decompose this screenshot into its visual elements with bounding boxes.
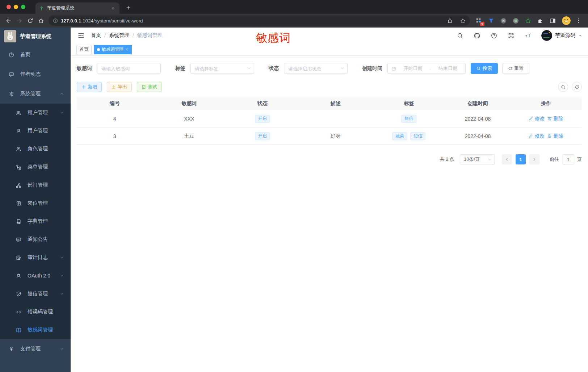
filter-date: 创建时间 开始日期 - 结束日期 [362, 63, 466, 74]
sidebar-subitem[interactable]: 错误码管理 [0, 303, 71, 321]
sidebar-subitem[interactable]: 字典管理 [0, 212, 71, 230]
browser-menu-icon[interactable] [574, 16, 583, 25]
sidebar-item-label: 审计日志 [28, 254, 60, 261]
toggle-search-button[interactable] [558, 82, 568, 92]
sidebar-fold-icon[interactable] [76, 31, 86, 40]
delete-button[interactable]: 删除 [547, 133, 563, 139]
close-window-button[interactable] [7, 5, 11, 9]
shield-icon [16, 291, 22, 297]
badge-icon [16, 201, 22, 206]
refresh-table-button[interactable] [572, 82, 582, 92]
test-button[interactable]: 测试 [137, 82, 162, 92]
edit-button[interactable]: 修改 [529, 116, 545, 122]
page-size-value[interactable] [460, 154, 495, 164]
user-menu[interactable]: 芋道源码 [541, 30, 582, 41]
sidebar-subitem[interactable]: 角色管理 [0, 140, 71, 158]
breadcrumb: 首页/系统管理/敏感词管理 [91, 32, 163, 39]
extension-grid-icon[interactable]: 9 [474, 16, 483, 25]
sidebar-menu: 首页作者动态系统管理租户管理用户管理角色管理菜单管理部门管理岗位管理字典管理通知… [0, 45, 71, 359]
app-title: 芋道管理系统 [20, 33, 51, 40]
sidebar-subitem[interactable]: OAuth 2.0 [0, 267, 71, 285]
add-button[interactable]: 新增 [77, 82, 102, 92]
tag-select[interactable] [190, 63, 254, 74]
log-icon [16, 255, 22, 260]
sidebar-item-label: 用户管理 [28, 128, 64, 134]
url-text[interactable]: 127.0.0.1:1024/system/sensitive-word [61, 18, 442, 24]
cell-id: 4 [77, 116, 152, 122]
github-icon[interactable] [472, 31, 481, 40]
zoom-window-button[interactable] [21, 5, 25, 9]
extension-recorder-icon[interactable] [511, 16, 520, 25]
sidebar-subitem[interactable]: 通知公告 [0, 230, 71, 248]
cell-actions: 修改删除 [510, 133, 582, 139]
site-info-icon[interactable] [53, 18, 58, 23]
current-page-button[interactable]: 1 [516, 154, 526, 164]
goto-page-input[interactable] [562, 154, 574, 164]
address-bar[interactable]: 127.0.0.1:1024/system/sensitive-word [49, 16, 470, 26]
fullscreen-icon[interactable] [507, 31, 515, 40]
help-icon[interactable] [490, 31, 498, 40]
home-button[interactable] [35, 15, 46, 26]
browser-tab[interactable]: 芋道管理系统 [35, 3, 119, 14]
delete-button[interactable]: 删除 [547, 116, 563, 122]
reload-button[interactable] [25, 15, 35, 26]
sidebar-item-label: 角色管理 [28, 146, 64, 152]
date-range-picker[interactable]: 开始日期 - 结束日期 [387, 63, 466, 74]
close-icon[interactable] [125, 48, 129, 51]
new-tab-button[interactable] [124, 3, 133, 12]
user-icon [16, 128, 22, 134]
sidebar-item[interactable]: 系统管理 [0, 84, 71, 104]
sidebar-subitem[interactable]: 租户管理 [0, 104, 71, 122]
tags-view-tab[interactable]: 首页 [76, 45, 92, 54]
tab-close-icon[interactable] [110, 5, 116, 11]
extension-star-icon[interactable] [524, 16, 532, 25]
breadcrumb-item[interactable]: 首页 [91, 32, 101, 39]
extension-funnel-icon[interactable] [487, 16, 495, 25]
split-view-icon[interactable] [548, 16, 557, 25]
status-select[interactable] [284, 63, 348, 74]
sidebar-logo[interactable]: 芋道管理系统 [0, 28, 71, 45]
keyword-input[interactable] [97, 63, 161, 74]
reset-button[interactable]: 重置 [502, 63, 529, 74]
sidebar-subitem[interactable]: 岗位管理 [0, 194, 71, 212]
sidebar-subitem[interactable]: 部门管理 [0, 176, 71, 194]
minimize-window-button[interactable] [14, 5, 18, 9]
page-size-select[interactable] [460, 154, 495, 164]
back-button[interactable] [3, 15, 14, 26]
sidebar-subitem[interactable]: 菜单管理 [0, 158, 71, 176]
sidebar-item[interactable]: 作者动态 [0, 64, 71, 84]
filter-form: 敏感词 标签 状态 创建时间 开始 [77, 63, 582, 74]
next-page-button[interactable] [529, 154, 539, 164]
calendar-icon [391, 66, 396, 71]
data-table: 编号敏感词状态描述标签创建时间操作 4XXX开启短信2022-04-08修改删除… [77, 97, 582, 145]
browser-profile-avatar[interactable] [562, 16, 571, 25]
table-body: 4XXX开启短信2022-04-08修改删除3土豆开启好呀蔬菜短信2022-04… [77, 110, 582, 145]
search-button[interactable]: 搜索 [471, 63, 498, 74]
extension-command-icon[interactable]: ⌘ [499, 16, 508, 25]
extensions-puzzle-icon[interactable] [536, 16, 545, 25]
sidebar-subitem[interactable]: 审计日志 [0, 248, 71, 267]
oauth-icon [16, 273, 22, 279]
action-label: 修改 [535, 116, 545, 122]
sidebar-item[interactable]: 首页 [0, 45, 71, 64]
site-favicon-icon [39, 6, 44, 11]
prev-page-button[interactable] [502, 154, 512, 164]
sidebar-subitem[interactable]: 短信管理 [0, 285, 71, 303]
breadcrumb-item[interactable]: 系统管理 [109, 32, 129, 39]
sidebar-item[interactable]: ¥支付管理 [0, 339, 71, 359]
share-icon[interactable] [445, 16, 455, 26]
keyword-label: 敏感词 [77, 65, 92, 72]
sidebar-subitem[interactable]: 用户管理 [0, 122, 71, 140]
edit-button[interactable]: 修改 [529, 133, 545, 139]
active-dot [97, 48, 100, 51]
bookmark-star-icon[interactable] [458, 16, 468, 26]
sidebar-subitem[interactable]: 敏感词管理 [0, 321, 71, 339]
export-button[interactable]: 导出 [107, 82, 132, 92]
forward-button[interactable] [14, 15, 25, 26]
cell-created-at: 2022-04-08 [445, 116, 510, 122]
search-icon[interactable] [455, 31, 464, 40]
font-size-icon[interactable]: TT [524, 31, 532, 40]
code-icon [16, 309, 22, 315]
yen-icon: ¥ [9, 346, 14, 352]
tags-view-tab[interactable]: 敏感词管理 [94, 45, 132, 54]
